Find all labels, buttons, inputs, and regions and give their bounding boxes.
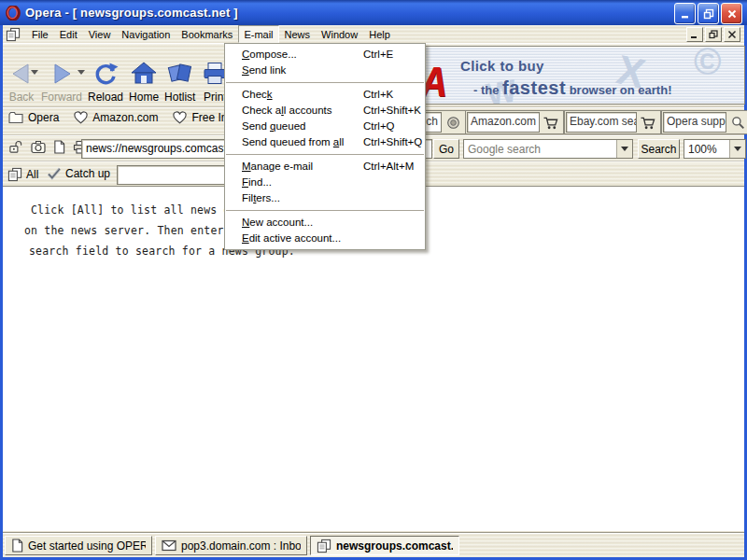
back-button-label: Back xyxy=(9,91,35,104)
search-field-ebay-com-sea: Ebay.com sea xyxy=(564,110,661,134)
reload-button[interactable]: Reload xyxy=(85,46,126,105)
reload-icon xyxy=(92,58,120,90)
hotlist-button[interactable]: Hotlist xyxy=(162,46,198,105)
search-go-button[interactable] xyxy=(442,112,464,133)
search-field-amazon-com: Amazon.com xyxy=(465,110,564,134)
zoom-select[interactable]: 100% xyxy=(684,139,746,159)
opera-browser-window: Opera - [ newsgroups.comcast.net ] FileE… xyxy=(0,0,747,560)
menu-item-label: Check xyxy=(242,89,273,100)
mdi-close-button[interactable] xyxy=(724,27,740,42)
menu-item-label: Send queued xyxy=(242,120,305,132)
menu-item-shortcut: Ctrl+Shift+Q xyxy=(363,134,422,150)
window-tab-label: newsgroups.comcast.n... xyxy=(336,539,453,553)
envelope-icon xyxy=(162,539,176,552)
menubar-item-e-mail[interactable]: E-mail xyxy=(238,25,278,43)
forward-arrow-icon xyxy=(48,58,76,90)
window-tab-pop3-domain-com-inbox[interactable]: pop3.domain.com : Inbox xyxy=(155,536,307,555)
menu-item-check[interactable]: CheckCtrl+K xyxy=(225,87,425,103)
menu-item-shortcut: Ctrl+E xyxy=(363,47,393,63)
window-controls xyxy=(674,3,742,24)
mdi-window-controls xyxy=(686,27,740,42)
newsgroup-search-input[interactable] xyxy=(117,165,225,185)
heart-icon xyxy=(173,111,187,124)
menu-item-new-account[interactable]: New account... xyxy=(225,215,425,231)
menu-item-edit-active-account[interactable]: Edit active account... xyxy=(225,231,425,246)
pages-icon xyxy=(317,539,331,553)
search-engine-select[interactable]: Google search xyxy=(463,139,633,159)
bookmark-opera[interactable]: Opera xyxy=(8,111,59,124)
menu-item-label: New account... xyxy=(242,217,313,228)
back-button[interactable]: Back xyxy=(5,46,38,105)
window-bar: Get started using OPERApop3.domain.com :… xyxy=(3,532,744,558)
menubar: FileEditViewNavigationBookmarksE-mailNew… xyxy=(3,25,744,44)
menu-item-filters[interactable]: Filters... xyxy=(225,190,425,206)
cart-icon xyxy=(543,116,559,130)
search-button[interactable]: Search xyxy=(638,139,680,159)
menubar-item-bookmarks[interactable]: Bookmarks xyxy=(176,25,238,43)
forward-button[interactable]: Forward xyxy=(38,46,85,105)
menubar-item-edit[interactable]: Edit xyxy=(54,25,83,43)
home-button-label: Home xyxy=(129,91,159,104)
page-icon[interactable] xyxy=(53,140,65,154)
menu-item-label: Filters... xyxy=(242,192,280,203)
menu-item-label: Find... xyxy=(242,176,272,188)
page-icon xyxy=(11,539,23,553)
menu-item-send-link[interactable]: Send link xyxy=(225,63,425,78)
search-go-button[interactable] xyxy=(726,112,747,133)
camera-icon[interactable] xyxy=(31,140,46,154)
menu-item-label: Send link xyxy=(242,64,286,76)
menu-item-shortcut: Ctrl+K xyxy=(363,87,393,103)
menubar-item-help[interactable]: Help xyxy=(363,25,396,43)
mdi-restore-button[interactable] xyxy=(705,27,722,42)
menubar-item-view[interactable]: View xyxy=(83,25,117,43)
minimize-button[interactable] xyxy=(674,3,696,24)
search-input[interactable]: Amazon.com xyxy=(467,112,540,133)
go-button[interactable]: Go xyxy=(433,139,459,159)
win-close-icon xyxy=(726,8,738,20)
globe-icon xyxy=(446,116,460,130)
bookmark-amazon-com[interactable]: Amazon.com xyxy=(74,111,158,124)
search-input[interactable]: Ebay.com sea xyxy=(566,112,637,133)
menu-separator xyxy=(226,82,424,83)
menu-item-label: Edit active account... xyxy=(242,232,341,244)
chevron-down-icon[interactable] xyxy=(616,140,632,158)
forward-button-label: Forward xyxy=(41,91,82,104)
window-tab-get-started-using-opera[interactable]: Get started using OPERA xyxy=(5,536,152,555)
hotlist-button-label: Hotlist xyxy=(164,91,195,104)
restore-button[interactable] xyxy=(698,3,719,24)
home-icon xyxy=(130,58,158,90)
search-input[interactable]: Opera suppor xyxy=(663,112,726,133)
menu-item-find[interactable]: Find... xyxy=(225,175,425,190)
menu-item-compose[interactable]: Compose...Ctrl+E xyxy=(225,47,425,63)
unlock-icon[interactable] xyxy=(8,140,23,154)
home-button[interactable]: Home xyxy=(126,46,162,105)
menubar-item-navigation[interactable]: Navigation xyxy=(116,25,176,43)
catch-up-button[interactable]: Catch up xyxy=(44,165,113,182)
chevron-down-icon[interactable] xyxy=(78,70,85,75)
win-restore-icon xyxy=(703,8,714,20)
bookmark-label: Opera xyxy=(28,111,59,124)
close-button[interactable] xyxy=(721,3,742,24)
document-window-icon xyxy=(6,27,21,42)
all-newsgroups-button[interactable]: All xyxy=(5,165,41,184)
window-tab-newsgroups-comcast-n[interactable]: newsgroups.comcast.n... xyxy=(310,536,459,555)
menu-item-check-all-accounts[interactable]: Check all accountsCtrl+Shift+K xyxy=(225,103,425,119)
titlebar: Opera - [ newsgroups.comcast.net ] xyxy=(0,0,747,25)
search-go-button[interactable] xyxy=(540,112,562,133)
chevron-down-icon[interactable] xyxy=(729,140,745,158)
menubar-item-file[interactable]: File xyxy=(26,25,54,43)
chevron-down-icon[interactable] xyxy=(31,70,38,75)
menu-item-send-queued-from-all[interactable]: Send queued from allCtrl+Shift+Q xyxy=(225,134,425,150)
menubar-items: FileEditViewNavigationBookmarksE-mailNew… xyxy=(26,25,396,43)
menubar-item-window[interactable]: Window xyxy=(316,25,363,43)
menubar-item-news[interactable]: News xyxy=(279,25,317,43)
search-go-button[interactable] xyxy=(637,112,659,133)
menu-item-send-queued[interactable]: Send queuedCtrl+Q xyxy=(225,119,425,134)
menu-item-manage-e-mail[interactable]: Manage e-mailCtrl+Alt+M xyxy=(225,159,425,175)
window-title: Opera - [ newsgroups.comcast.net ] xyxy=(25,6,238,20)
mdi-minimize-button[interactable] xyxy=(686,27,703,42)
toolbar-buttons: BackForwardReloadHomeHotlistPrint xyxy=(5,46,232,105)
banner-decor-o: © xyxy=(694,46,721,83)
folder-icon xyxy=(8,111,23,124)
banner-ad[interactable]: X © W A Click to buy - the fastest brows… xyxy=(420,46,745,105)
